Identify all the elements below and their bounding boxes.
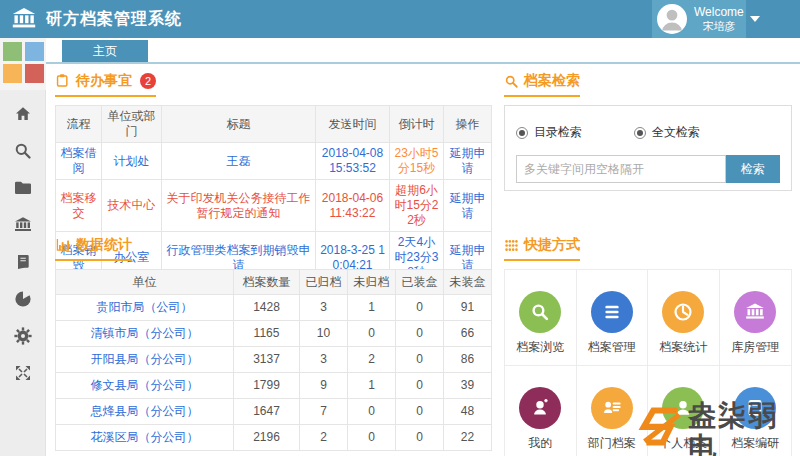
stats-row: 清镇市局（分公司） 1165100066 — [56, 321, 492, 347]
gear-icon[interactable] — [13, 326, 33, 346]
stats-title: 数据统计 — [55, 236, 132, 261]
user-menu[interactable]: Welcome 宋培彦 — [652, 0, 746, 38]
avatar — [657, 4, 687, 34]
radio-icon — [634, 127, 646, 139]
stats-row: 修文县局（分公司） 179991039 — [56, 373, 492, 399]
todo-badge: 2 — [140, 73, 156, 89]
unit-link[interactable]: 修文县局（分公司） — [91, 378, 199, 392]
logo-square-green — [3, 42, 22, 61]
pie-chart-icon[interactable] — [13, 289, 33, 309]
stats-table: 单位档案数量已归档未归档已装盒未装盒 贵阳市局（公司） 142831091 清镇… — [55, 269, 492, 451]
archive-manage-icon — [591, 291, 633, 333]
stats-row: 花溪区局（分公司） 219620022 — [56, 425, 492, 451]
warehouse-manage-icon — [734, 291, 776, 333]
stats-row: 贵阳市局（公司） 142831091 — [56, 295, 492, 321]
watermark-cn-text: 盎柒弱电 — [688, 400, 800, 456]
todo-header-row: 流程单位或部门标题发送时间倒计时操作 — [56, 106, 492, 143]
my-archive-icon — [519, 387, 561, 429]
shortcuts-title: 快捷方式 — [504, 236, 580, 261]
unit-link[interactable]: 息烽县局（分公司） — [91, 404, 199, 418]
app-logo-bank-icon — [10, 5, 38, 33]
watermark: 盎柒弱电 ANGQI WEAK ELECTRICITY — [636, 400, 800, 456]
book-icon[interactable] — [13, 252, 33, 272]
search-button[interactable]: 检索 — [726, 155, 780, 183]
app-title: 研方档案管理系统 — [46, 9, 182, 30]
shortcut-mine[interactable]: 我的 — [505, 366, 577, 456]
keyword-input[interactable] — [516, 155, 726, 183]
home-icon[interactable] — [13, 104, 33, 124]
shortcut-archive-manage[interactable]: 档案管理 — [577, 270, 649, 366]
folder-icon[interactable] — [13, 178, 33, 198]
unit-link[interactable]: 清镇市局（分公司） — [91, 326, 199, 340]
shortcut-archive-stats[interactable]: 档案统计 — [648, 270, 720, 366]
bank-icon[interactable] — [13, 215, 33, 235]
app-window: 研方档案管理系统 Welcome 宋培彦 主页 — [0, 0, 800, 456]
search-icon[interactable] — [13, 141, 33, 161]
postpone-link[interactable]: 延期申请 — [450, 146, 486, 175]
clipboard-icon — [55, 73, 71, 89]
radio-icon — [516, 127, 528, 139]
archive-stats-icon — [662, 291, 704, 333]
dept-archive-icon — [591, 387, 633, 429]
shortcut-label: 档案统计 — [659, 339, 707, 356]
watermark-logo-icon — [636, 400, 684, 452]
fullscreen-icon[interactable] — [13, 363, 33, 383]
todo-row: 档案借阅 计划处 王磊 2018-04-08 15:53:52 23小时5分15… — [56, 143, 492, 180]
todo-row: 档案移交 技术中心 关于印发机关公务接待工作暂行规定的通知 2018-04-06… — [56, 180, 492, 232]
archive-browse-icon — [519, 291, 561, 333]
search-panel: 目录检索 全文检索 检索 — [504, 105, 792, 191]
shortcut-warehouse-manage[interactable]: 库房管理 — [720, 270, 792, 366]
chevron-down-icon — [750, 16, 760, 22]
tab-home[interactable]: 主页 — [62, 40, 148, 62]
welcome-text: Welcome — [694, 6, 744, 20]
postpone-link[interactable]: 延期申请 — [450, 191, 486, 220]
sidebar — [0, 38, 46, 456]
radio-fulltext-search[interactable]: 全文检索 — [634, 124, 700, 141]
logo-square-red — [25, 64, 44, 83]
shortcut-archive-browse[interactable]: 档案浏览 — [505, 270, 577, 366]
stats-row: 开阳县局（分公司） 313732086 — [56, 347, 492, 373]
unit-link[interactable]: 花溪区局（分公司） — [91, 430, 199, 444]
bar-chart-icon — [55, 237, 71, 253]
logo-square-orange — [3, 64, 22, 83]
stats-row: 息烽县局（分公司） 164770048 — [56, 399, 492, 425]
todo-title: 待办事宜 2 — [55, 72, 156, 97]
search-title: 档案检索 — [504, 72, 580, 97]
dots-grid-icon — [504, 238, 519, 253]
shortcut-label: 部门档案 — [588, 435, 636, 452]
stats-header-row: 单位档案数量已归档未归档已装盒未装盒 — [56, 270, 492, 295]
shortcut-label: 我的 — [528, 435, 552, 452]
stats-section: 数据统计 单位档案数量已归档未归档已装盒未装盒 贵阳市局（公司） 1428310… — [55, 236, 491, 451]
archive-search-section: 档案检索 目录检索 全文检索 检索 — [504, 72, 792, 191]
radio-catalog-search[interactable]: 目录检索 — [516, 124, 582, 141]
tab-bar: 主页 — [46, 38, 800, 64]
unit-link[interactable]: 开阳县局（分公司） — [91, 352, 199, 366]
corner-logo — [0, 38, 46, 90]
username: 宋培彦 — [694, 20, 744, 33]
shortcut-label: 档案浏览 — [516, 339, 564, 356]
logo-square-blue — [25, 42, 44, 61]
unit-link[interactable]: 贵阳市局（公司） — [97, 300, 193, 314]
shortcut-label: 库房管理 — [731, 339, 779, 356]
search-title-icon — [504, 74, 519, 89]
header-bar: 研方档案管理系统 Welcome 宋培彦 — [0, 0, 800, 38]
shortcut-label: 档案管理 — [588, 339, 636, 356]
